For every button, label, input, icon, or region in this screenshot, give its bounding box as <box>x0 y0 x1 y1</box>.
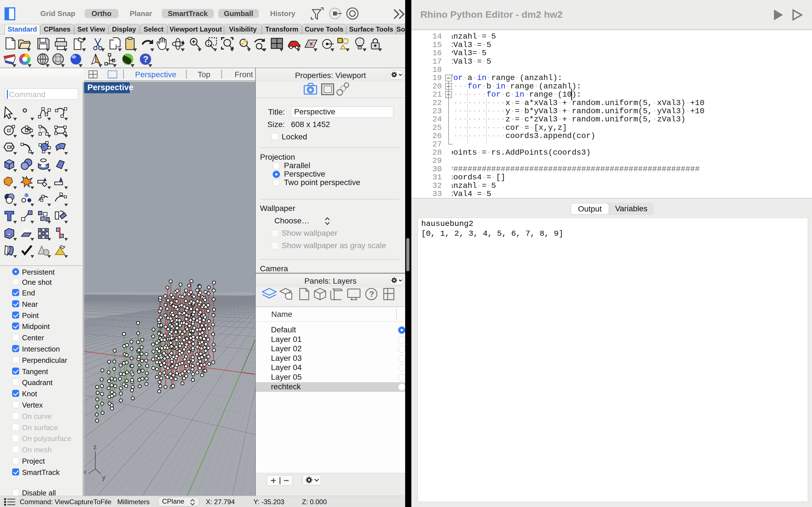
svg-text:x: x <box>84 468 86 475</box>
svg-text:y: y <box>102 473 105 481</box>
svg-text:?: ? <box>369 289 374 298</box>
svg-text:Perspective: Perspective <box>87 83 133 92</box>
svg-text:z: z <box>93 443 97 451</box>
svg-text:?: ? <box>143 54 149 64</box>
